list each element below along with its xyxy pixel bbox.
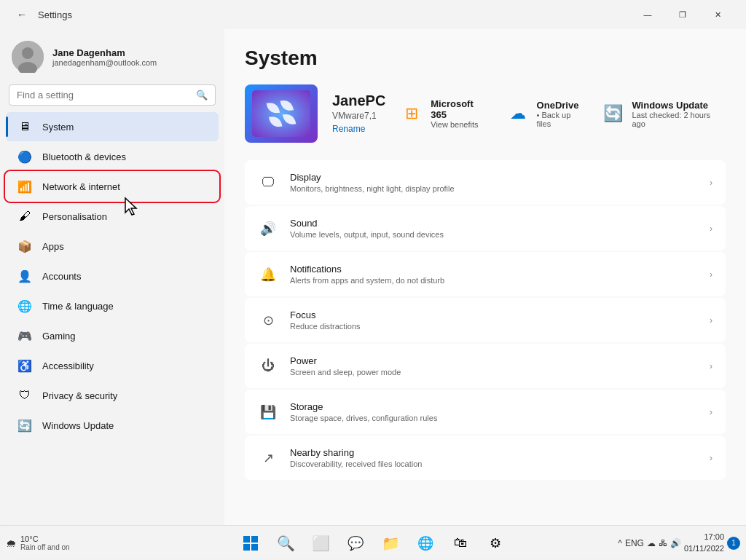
svg-rect-5 (251, 536, 258, 543)
settings-text-nearby: Nearby sharing Discoverability, received… (290, 447, 698, 468)
svg-point-1 (22, 47, 34, 59)
settings-item-display[interactable]: 🖵 Display Monitors, brightness, night li… (245, 160, 726, 205)
settings-chevron-sound: › (710, 224, 712, 234)
qa-title-microsoft365: Microsoft 365 (431, 98, 491, 120)
network-tray-icon: 🖧 (659, 538, 667, 548)
settings-taskbar-button[interactable]: ⚙ (479, 529, 511, 558)
notification-badge[interactable]: 1 (727, 537, 740, 550)
device-info: JanePC VMware7,1 Rename (332, 92, 385, 135)
settings-title-nearby: Nearby sharing (290, 447, 698, 458)
temperature: 10°C (20, 535, 70, 543)
settings-text-storage: Storage Storage space, drives, configura… (290, 401, 698, 422)
sidebar-label-accounts: Accounts (42, 271, 81, 282)
settings-subtitle-display: Monitors, brightness, night light, displ… (290, 184, 698, 193)
taskbar-weather: 10°C Rain off and on (20, 535, 70, 551)
settings-subtitle-notifications: Alerts from apps and system, do not dist… (290, 276, 698, 285)
settings-icon-storage: 💾 (258, 402, 278, 422)
clock-date: 01/11/2022 (684, 543, 724, 554)
settings-item-notifications[interactable]: 🔔 Notifications Alerts from apps and sys… (245, 252, 726, 296)
close-button[interactable]: ✕ (701, 3, 734, 26)
quick-action-microsoft365[interactable]: ⊞ Microsoft 365 View benefits (400, 98, 491, 129)
svg-rect-4 (243, 536, 250, 543)
user-profile: Jane Dagenham janedagenham@outlook.com (0, 29, 224, 82)
sidebar-item-personalisation[interactable]: 🖌 Personalisation (6, 202, 219, 231)
qa-icon-microsoft365: ⊞ (400, 102, 423, 125)
search-taskbar-button[interactable]: 🔍 (270, 529, 302, 558)
sidebar-icon-privacy: 🛡 (17, 388, 32, 403)
sidebar-label-gaming: Gaming (42, 331, 76, 342)
settings-chevron-display: › (710, 178, 712, 188)
weather-desc: Rain off and on (20, 543, 70, 551)
settings-subtitle-power: Screen and sleep, power mode (290, 368, 698, 376)
maximize-button[interactable]: ❐ (666, 3, 699, 26)
sidebar-item-system[interactable]: 🖥 System (6, 112, 219, 141)
qa-icon-windowsupdate: 🔄 (602, 102, 625, 125)
taskbar-clock[interactable]: 17:00 01/11/2022 (684, 532, 724, 554)
store-button[interactable]: 🛍 (444, 529, 476, 558)
settings-subtitle-storage: Storage space, drives, configuration rul… (290, 414, 698, 422)
settings-icon-notifications: 🔔 (258, 264, 278, 285)
settings-subtitle-focus: Reduce distractions (290, 322, 698, 331)
sidebar-item-apps[interactable]: 📦 Apps (6, 232, 219, 261)
chat-button[interactable]: 💬 (339, 529, 372, 558)
search-input[interactable] (17, 90, 190, 100)
sidebar-item-windowsupdate[interactable]: 🔄 Windows Update (6, 411, 219, 440)
quick-action-windowsupdate[interactable]: 🔄 Windows Update Last checked: 2 hours a… (602, 98, 726, 129)
sidebar-item-bluetooth[interactable]: 🔵 Bluetooth & devices (6, 142, 219, 171)
settings-icon-focus: ⊙ (258, 310, 278, 331)
sidebar-item-accessibility[interactable]: ♿ Accessibility (6, 351, 219, 380)
settings-item-nearby[interactable]: ↗ Nearby sharing Discoverability, receiv… (245, 435, 726, 480)
start-button[interactable] (235, 529, 267, 558)
weather-icon: 🌧 (6, 537, 16, 549)
settings-chevron-notifications: › (710, 269, 712, 280)
minimize-button[interactable]: — (631, 3, 664, 26)
app-title: Settings (38, 9, 631, 20)
avatar (12, 41, 44, 73)
volume-icon: 🔊 (670, 538, 681, 548)
settings-icon-sound: 🔊 (258, 218, 278, 239)
sidebar-label-time: Time & language (42, 301, 114, 312)
titlebar: ← Settings — ❐ ✕ (0, 0, 746, 29)
sidebar-item-network[interactable]: 📶 Network & internet (6, 172, 219, 201)
device-image (245, 84, 318, 143)
quick-action-onedrive[interactable]: ☁ OneDrive • Back up files (506, 98, 587, 129)
settings-text-sound: Sound Volume levels, output, input, soun… (290, 218, 698, 239)
search-box[interactable]: 🔍 (9, 84, 216, 106)
back-button[interactable]: ← (12, 4, 32, 25)
keyboard-icon: ENG (625, 538, 644, 548)
qa-text-microsoft365: Microsoft 365 View benefits (431, 98, 491, 129)
sidebar-item-time[interactable]: 🌐 Time & language (6, 291, 219, 320)
sidebar-label-system: System (42, 122, 74, 133)
settings-chevron-power: › (710, 361, 712, 371)
sidebar-label-privacy: Privacy & security (42, 390, 117, 401)
sidebar-icon-accessibility: ♿ (17, 358, 32, 373)
sidebar-icon-apps: 📦 (17, 239, 32, 253)
settings-icon-nearby: ↗ (258, 448, 278, 468)
edge-button[interactable]: 🌐 (409, 529, 441, 558)
settings-title-notifications: Notifications (290, 264, 698, 275)
clock-time: 17:00 (684, 532, 724, 543)
sidebar-item-privacy[interactable]: 🛡 Privacy & security (6, 381, 219, 410)
sidebar-item-accounts[interactable]: 👤 Accounts (6, 261, 219, 291)
explorer-button[interactable]: 📁 (374, 529, 407, 558)
settings-icon-display: 🖵 (258, 173, 278, 193)
main-content: System (224, 29, 746, 525)
sidebar-label-personalisation: Personalisation (42, 211, 107, 222)
qa-sub-onedrive: • Back up files (537, 111, 587, 128)
settings-text-focus: Focus Reduce distractions (290, 309, 698, 331)
tray-arrow[interactable]: ^ (618, 538, 622, 548)
app-body: Jane Dagenham janedagenham@outlook.com 🔍… (0, 29, 746, 525)
settings-item-sound[interactable]: 🔊 Sound Volume levels, output, input, so… (245, 206, 726, 251)
device-name: JanePC (332, 92, 385, 109)
device-rename-link[interactable]: Rename (332, 124, 365, 134)
taskview-button[interactable]: ⬜ (305, 529, 337, 558)
settings-item-power[interactable]: ⏻ Power Screen and sleep, power mode › (245, 344, 726, 388)
settings-item-storage[interactable]: 💾 Storage Storage space, drives, configu… (245, 390, 726, 434)
sidebar-label-network: Network & internet (42, 181, 120, 192)
settings-chevron-focus: › (710, 315, 712, 326)
settings-item-focus[interactable]: ⊙ Focus Reduce distractions › (245, 298, 726, 342)
sidebar-item-gaming[interactable]: 🎮 Gaming (6, 321, 219, 350)
qa-title-windowsupdate: Windows Update (632, 100, 726, 111)
settings-text-display: Display Monitors, brightness, night ligh… (290, 172, 698, 193)
svg-rect-6 (243, 544, 250, 551)
